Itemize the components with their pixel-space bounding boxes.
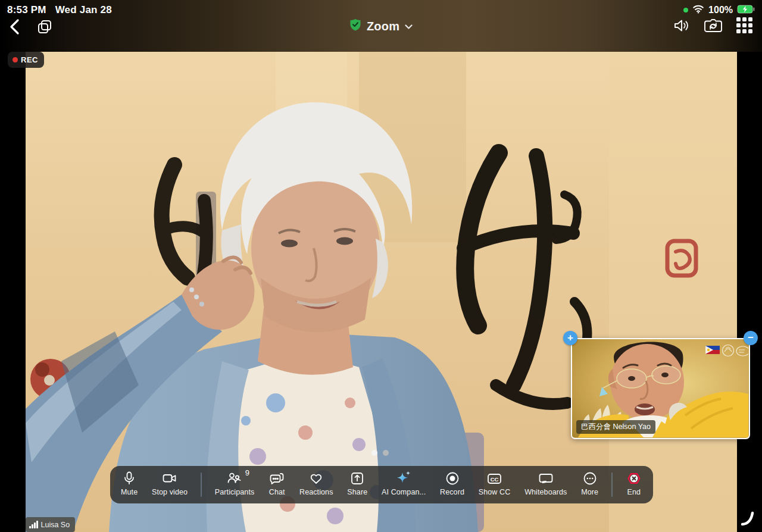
toolbar-separator bbox=[611, 472, 613, 497]
reactions-button[interactable]: Reactions bbox=[297, 466, 336, 503]
rec-label: REC bbox=[21, 55, 38, 64]
show-cc-button[interactable]: CC Show CC bbox=[476, 466, 513, 503]
battery-percent: 100% bbox=[708, 5, 733, 15]
chevron-down-icon bbox=[405, 21, 413, 32]
pip-minimize-button[interactable]: − bbox=[744, 331, 758, 345]
record-icon bbox=[445, 470, 460, 486]
share-button[interactable]: Share bbox=[345, 466, 370, 503]
whiteboards-button[interactable]: Whiteboards bbox=[522, 466, 569, 503]
whiteboard-icon bbox=[538, 470, 554, 486]
meeting-toolbar: Mute Stop video 9 Part bbox=[110, 466, 653, 503]
shield-check-icon bbox=[349, 18, 361, 34]
ai-companion-button[interactable]: AI Compan... bbox=[379, 466, 428, 503]
green-dot-icon bbox=[683, 8, 688, 12]
main-video-feed[interactable]: Luisa So bbox=[26, 52, 737, 532]
apps-grid-button[interactable] bbox=[736, 17, 752, 33]
more-ellipsis-icon bbox=[582, 470, 598, 486]
record-button[interactable]: Record bbox=[438, 466, 467, 503]
zoom-call-screen: 8:53 PM Wed Jan 28 100% bbox=[0, 0, 762, 532]
toolbar-separator bbox=[201, 472, 202, 497]
app-title-menu[interactable]: Zoom bbox=[0, 18, 762, 34]
pip-name-tag: 巴西分會 Nelson Yao bbox=[576, 420, 655, 434]
pip-video[interactable]: 巴西分會 Nelson Yao bbox=[571, 338, 750, 439]
recording-badge: REC bbox=[8, 52, 44, 68]
self-name: Luisa So bbox=[41, 521, 70, 529]
svg-text:CC: CC bbox=[491, 475, 499, 482]
battery-charging-icon bbox=[737, 5, 755, 16]
microphone-icon bbox=[121, 470, 137, 486]
chat-bubble-icon bbox=[268, 470, 285, 486]
wifi-icon bbox=[692, 4, 704, 16]
end-button[interactable]: End bbox=[623, 466, 645, 503]
pip-expand-button[interactable]: + bbox=[563, 331, 577, 345]
status-date: Wed Jan 28 bbox=[55, 4, 112, 16]
status-left: 8:53 PM Wed Jan 28 bbox=[7, 4, 112, 16]
share-icon bbox=[349, 470, 365, 486]
participants-icon: 9 bbox=[226, 470, 243, 486]
page-dot-active bbox=[371, 450, 377, 456]
switch-camera-button[interactable] bbox=[704, 18, 723, 33]
mute-button[interactable]: Mute bbox=[118, 466, 140, 503]
ai-sparkle-icon bbox=[395, 470, 412, 486]
heart-icon bbox=[308, 470, 324, 486]
rec-dot-icon bbox=[13, 57, 18, 62]
self-name-tag: Luisa So bbox=[26, 517, 75, 532]
end-call-icon bbox=[626, 470, 642, 486]
toolbar-page-dots bbox=[371, 450, 389, 456]
philippines-flag-icon bbox=[705, 346, 720, 354]
nav-right bbox=[673, 17, 752, 33]
closed-captions-icon: CC bbox=[486, 470, 502, 486]
stop-video-button[interactable]: Stop video bbox=[149, 466, 190, 503]
status-time: 8:53 PM bbox=[7, 4, 46, 16]
speaker-button[interactable] bbox=[673, 18, 690, 33]
signal-bars-icon bbox=[29, 521, 38, 528]
participants-count-badge: 9 bbox=[245, 468, 249, 477]
more-button[interactable]: More bbox=[579, 466, 601, 503]
chat-button[interactable]: Chat bbox=[266, 466, 288, 503]
corner-gesture-arc bbox=[741, 508, 755, 526]
status-right: 100% bbox=[683, 4, 755, 16]
main-video-scene bbox=[26, 52, 737, 532]
page-dot-inactive bbox=[383, 450, 389, 456]
video-camera-icon bbox=[161, 470, 178, 486]
nav-title: Zoom bbox=[367, 20, 399, 33]
top-system-bar: 8:53 PM Wed Jan 28 100% bbox=[0, 0, 762, 52]
participants-button[interactable]: 9 Participants bbox=[213, 466, 257, 503]
